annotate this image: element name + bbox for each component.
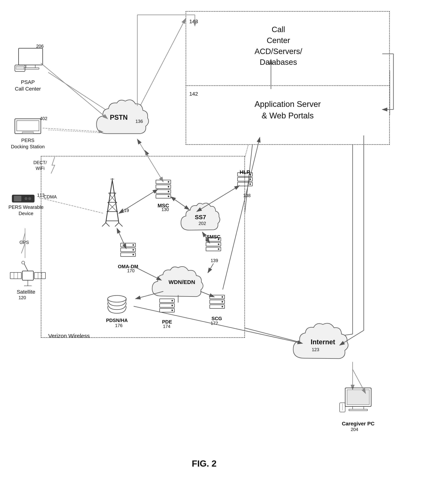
msc-icon (154, 178, 173, 201)
gps-lightning (19, 232, 30, 254)
satellite-label: Satellite (11, 289, 41, 295)
pde-number: 174 (163, 324, 170, 329)
svg-rect-48 (10, 273, 21, 279)
dect-wifi-lightning (48, 156, 59, 175)
scg-number: 172 (211, 321, 218, 326)
psap-label: PSAP Call Center (8, 79, 48, 92)
oma-dm-number: 170 (127, 268, 135, 273)
svg-point-97 (133, 244, 134, 246)
svg-rect-115 (353, 406, 364, 409)
svg-point-46 (28, 197, 31, 200)
app-server-label: Application Server & Web Portals (204, 98, 371, 121)
svg-point-79 (168, 186, 169, 187)
svg-point-78 (168, 181, 169, 183)
svg-point-100 (108, 296, 126, 302)
caregiver-pc-number: 204 (351, 427, 358, 432)
svg-point-98 (133, 249, 134, 250)
svg-line-59 (112, 180, 119, 223)
svg-line-73 (115, 223, 119, 226)
call-center-number: 143 (189, 19, 198, 24)
svg-point-99 (133, 254, 134, 255)
svg-rect-49 (34, 273, 46, 279)
cdma-label: CDMA (44, 194, 57, 200)
satellite-icon (8, 256, 48, 293)
svg-point-111 (222, 301, 223, 303)
wdn-edn-label: WDN/EDN (160, 278, 204, 286)
smsc-number: 139 (211, 258, 218, 263)
svg-point-81 (168, 196, 169, 197)
tower-number: 119 (121, 208, 129, 213)
svg-point-87 (249, 183, 251, 185)
svg-point-55 (22, 261, 25, 264)
svg-rect-37 (22, 68, 39, 69)
svg-point-93 (218, 248, 219, 250)
svg-point-110 (222, 296, 223, 298)
hlr-label: HLR (234, 169, 256, 176)
pers-wearable-label: PERS Wearable Device (8, 204, 45, 217)
svg-rect-47 (22, 271, 33, 280)
dect-wifi-label: DECT/ WiFi (33, 160, 47, 171)
svg-rect-42 (22, 132, 33, 134)
caregiver-pc-label: Caregiver PC (334, 420, 382, 427)
pers-docking-icon (11, 115, 45, 137)
svg-rect-36 (26, 65, 35, 68)
smsc-label: SMSC (201, 234, 225, 240)
svg-line-70 (102, 223, 106, 226)
svg-rect-114 (347, 390, 369, 405)
internet-label: Internet (303, 338, 343, 346)
figure-label: FIG. 2 (167, 458, 241, 469)
psap-number: 206 (36, 44, 44, 49)
svg-point-45 (24, 197, 27, 200)
ss7-label: SS7 (187, 213, 213, 221)
tower-icon (100, 178, 124, 230)
pstn-number: 136 (136, 119, 143, 124)
pstn-label: PSTN (104, 113, 134, 122)
psap-icon (11, 45, 52, 78)
pdsn-icon (106, 293, 128, 317)
pers-docking-number: 402 (40, 116, 47, 121)
pdsn-number: 176 (115, 323, 122, 328)
pers-docking-label: PERS Docking Station (8, 137, 48, 150)
app-server-number: 142 (189, 91, 198, 97)
svg-rect-41 (17, 121, 39, 131)
svg-line-58 (106, 180, 112, 223)
internet-number: 123 (312, 347, 319, 352)
pdsn-label: PDSN/HA (101, 317, 133, 324)
svg-rect-116 (349, 409, 368, 411)
pde-icon (158, 297, 176, 319)
svg-rect-40 (15, 119, 41, 134)
oma-dm-icon (119, 241, 137, 264)
svg-point-112 (222, 306, 223, 307)
svg-line-71 (119, 223, 122, 226)
svg-point-105 (171, 305, 173, 306)
svg-line-54 (24, 264, 28, 271)
caregiver-pc-icon (338, 386, 379, 419)
svg-point-106 (171, 310, 173, 311)
call-center-label: Call Center ACD/Servers/ Databases (223, 24, 334, 68)
svg-rect-44 (14, 196, 21, 201)
scg-icon (208, 293, 226, 315)
pers-wearable-icon (11, 193, 35, 204)
msc-number: 130 (161, 207, 169, 212)
satellite-number: 120 (19, 295, 26, 300)
diagram-container: 143 Call Center ACD/Servers/ Databases 1… (0, 0, 448, 482)
svg-point-92 (218, 243, 219, 245)
svg-rect-35 (19, 48, 43, 65)
hlr-number: 138 (243, 193, 250, 198)
verizon-wireless-label: Verizon Wireless (48, 332, 90, 339)
svg-rect-39 (16, 66, 24, 69)
svg-point-80 (168, 191, 169, 192)
svg-point-104 (171, 300, 173, 301)
svg-point-86 (249, 178, 251, 180)
svg-line-72 (106, 223, 110, 226)
ss7-number: 202 (199, 221, 206, 226)
